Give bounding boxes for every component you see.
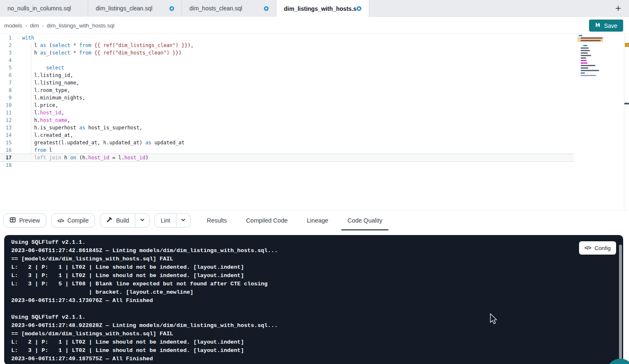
code-line[interactable]: 4 (0, 57, 574, 64)
code-line[interactable]: 14 l.created_at, (0, 131, 574, 139)
code-icon: </> (584, 245, 591, 251)
line-number: 3 (0, 49, 12, 57)
build-dropdown-button[interactable] (135, 214, 149, 227)
breadcrumb-separator-icon: › (25, 22, 27, 29)
breadcrumb-item[interactable]: models (4, 22, 22, 29)
code-line[interactable]: 10 l.price, (0, 102, 574, 109)
minimap-line (581, 47, 589, 49)
line-number: 7 (0, 79, 12, 87)
table-icon (10, 217, 16, 224)
minimap-line (581, 65, 595, 66)
code-text: l.room_type, (22, 87, 70, 94)
breadcrumb-item[interactable]: dim (30, 22, 39, 29)
code-text: greatest(l.updated_at, h.updated_at) as … (22, 139, 184, 146)
tab-label: dim_listings_with_hosts.sql (284, 5, 357, 12)
save-icon (595, 22, 601, 29)
code-line[interactable]: 17 left join h on (h.host_id = l.host_id… (0, 154, 574, 161)
terminal-output: Using SQLFluff v2.1.1. 2023-06-06T11:27:… (11, 238, 278, 363)
code-line[interactable]: 5 select (0, 64, 574, 72)
compile-label: Compile (67, 217, 89, 224)
minimap-line (581, 62, 587, 64)
action-toolbar: Preview</>CompileBuildLint ResultsCompil… (0, 210, 629, 230)
tab-label: no_nulls_in_columns.sql (7, 5, 71, 12)
code-line[interactable]: 2 l as (select * from {{ ref("dim_listin… (0, 42, 574, 49)
line-number: 5 (0, 64, 12, 72)
tab-bar: no_nulls_in_columns.sqldim_listings_clea… (0, 0, 629, 17)
code-text: from l (22, 146, 52, 154)
line-number: 1 (0, 34, 12, 42)
code-text: l.price, (22, 102, 58, 109)
line-number: 16 (0, 146, 12, 154)
code-line[interactable]: 9 l.minimum_nights, (0, 94, 574, 102)
code-line[interactable]: 18 (0, 161, 574, 169)
code-text: l.listing_name, (22, 79, 79, 87)
line-number: 15 (0, 139, 12, 146)
code-editor[interactable]: 1with2 l as (select * from {{ ref("dim_l… (0, 34, 629, 210)
lint-button-main[interactable]: Lint (155, 214, 176, 227)
chevron-down-icon (140, 217, 145, 224)
code-text: l.created_at, (22, 131, 73, 139)
minimap-line (581, 40, 601, 41)
code-icon: </> (57, 217, 64, 224)
editor-tab[interactable]: dim_hosts_clean.sql (182, 0, 276, 17)
code-line[interactable]: 16 from l (0, 146, 574, 154)
terminal-panel: Using SQLFluff v2.1.1. 2023-06-06T11:27:… (4, 235, 623, 364)
minimap-line (581, 70, 599, 71)
code-line[interactable]: 3 h as (select * from {{ ref("dim_hosts_… (0, 49, 574, 57)
build-label: Build (116, 217, 129, 224)
line-number: 4 (0, 57, 12, 64)
lint-dropdown-button[interactable] (176, 214, 190, 227)
preview-label: Preview (19, 217, 40, 224)
code-text: l.minimum_nights, (22, 94, 85, 102)
minimap-line (581, 37, 602, 39)
minimap[interactable] (579, 35, 603, 81)
new-tab-button[interactable]: + (612, 2, 624, 14)
compile-button-main[interactable]: </>Compile (52, 214, 94, 227)
tab-code-quality[interactable]: Code Quality (341, 210, 389, 230)
unsaved-indicator-icon (169, 6, 174, 11)
code-text: l as (select * from {{ ref("dim_listings… (22, 42, 194, 49)
breadcrumb: models›dim›dim_listings_with_hosts.sql (4, 17, 114, 34)
code-line[interactable]: 15 greatest(l.updated_at, h.updated_at) … (0, 139, 574, 146)
line-number: 14 (0, 131, 12, 139)
breadcrumb-item[interactable]: dim_listings_with_hosts.sql (47, 22, 114, 29)
preview-button[interactable]: Preview (3, 213, 46, 228)
editor-tab[interactable]: no_nulls_in_columns.sql (0, 0, 88, 17)
code-line[interactable]: 7 l.listing_name, (0, 79, 574, 87)
tab-compiled-code[interactable]: Compiled Code (240, 210, 294, 230)
minimap-line (581, 72, 585, 74)
code-text: l.listing_id, (22, 72, 73, 79)
code-line[interactable]: 6 l.listing_id, (0, 72, 574, 79)
save-button[interactable]: Save (589, 20, 623, 32)
line-number: 8 (0, 87, 12, 94)
compile-button[interactable]: </>Compile (51, 213, 95, 228)
code-text: left join h on (h.host_id = l.host_id) (22, 154, 149, 161)
lint-label: Lint (161, 217, 170, 224)
code-text: h.host_name, (22, 116, 70, 124)
minimap-line (581, 57, 586, 59)
minimap-line (581, 75, 596, 76)
breadcrumb-separator-icon: › (42, 22, 44, 29)
build-button-main[interactable]: Build (100, 214, 135, 227)
build-button[interactable]: Build (100, 213, 149, 228)
code-text: with (22, 34, 34, 42)
minimap-line (581, 67, 588, 69)
code-line[interactable]: 13 h.is_superhost as host_is_superhost, (0, 124, 574, 131)
code-line[interactable]: 12 h.host_name, (0, 116, 574, 124)
code-line[interactable]: 11 l.host_id, (0, 109, 574, 116)
preview-button-main[interactable]: Preview (4, 214, 46, 227)
tab-results[interactable]: Results (201, 210, 233, 230)
code-line[interactable]: 1with (0, 34, 574, 42)
code-line[interactable]: 8 l.room_type, (0, 87, 574, 94)
chevron-down-icon (181, 217, 186, 224)
hammer-icon (106, 216, 113, 224)
tab-lineage[interactable]: Lineage (301, 210, 335, 230)
config-button[interactable]: </> Config (579, 241, 616, 255)
editor-tab[interactable]: dim_listings_clean.sql (88, 0, 182, 17)
code-text: l.host_id, (22, 109, 64, 116)
minimap-line (581, 60, 587, 61)
editor-tab[interactable]: dim_listings_with_hosts.sql (276, 0, 369, 17)
lint-button[interactable]: Lint (154, 213, 191, 228)
minimap-line (581, 52, 588, 54)
terminal-scrollbar[interactable] (619, 245, 622, 364)
